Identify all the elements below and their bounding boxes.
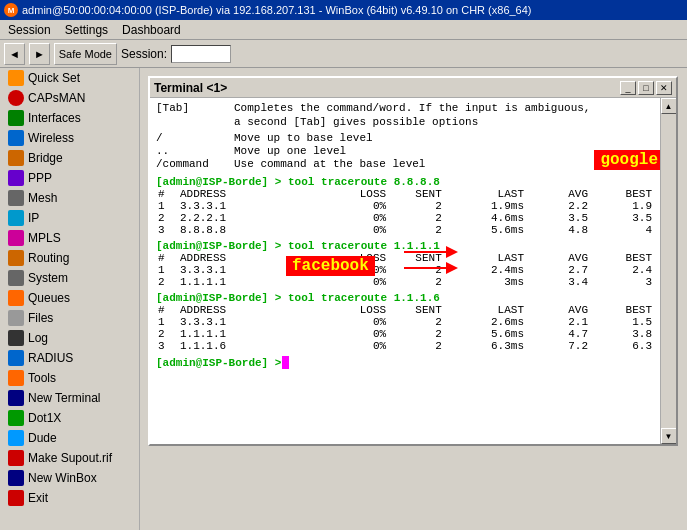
sidebar-item-mesh[interactable]: Mesh: [0, 188, 139, 208]
help-dotdot-desc: Move up one level: [234, 145, 346, 157]
menu-session[interactable]: Session: [2, 22, 57, 38]
sidebar-item-files[interactable]: Files: [0, 308, 139, 328]
sidebar-item-routing[interactable]: Routing: [0, 248, 139, 268]
makesupout-icon: [8, 450, 24, 466]
help-slash-desc: Move up to base level: [234, 132, 373, 144]
minimize-button[interactable]: _: [620, 81, 636, 95]
table-cell-n: 1: [156, 200, 178, 212]
safe-mode-button[interactable]: Safe Mode: [54, 43, 117, 65]
terminal-inner: [Tab] Completes the command/word. If the…: [150, 98, 676, 444]
sidebar-item-tools[interactable]: Tools: [0, 368, 139, 388]
ip-icon: [8, 210, 24, 226]
table-cell-sent: 2: [388, 328, 444, 340]
system-icon: [8, 270, 24, 286]
table-cell-n: 1: [156, 264, 178, 276]
table-cell-last: 1.9ms: [444, 200, 526, 212]
sidebar-item-mpls[interactable]: MPLS: [0, 228, 139, 248]
sidebar: Quick Set CAPsMAN Interfaces Wireless Br…: [0, 68, 140, 530]
help-command-key: /command: [156, 158, 226, 170]
sidebar-item-dude[interactable]: Dude: [0, 428, 139, 448]
table-row: 38.8.8.80%25.6ms4.84: [156, 224, 654, 236]
dot1x-icon: [8, 410, 24, 426]
bridge-icon: [8, 150, 24, 166]
wireless-icon: [8, 130, 24, 146]
sidebar-item-newwinbox[interactable]: New WinBox: [0, 468, 139, 488]
back-button[interactable]: ◄: [4, 43, 25, 65]
terminal-window[interactable]: Terminal <1> _ □ ✕ [Tab] Completes the c…: [148, 76, 678, 446]
table-cell-sent: 2: [388, 200, 444, 212]
table-cell-avg: 3.4: [526, 276, 590, 288]
table-cell-addr: 8.8.8.8: [178, 224, 315, 236]
sidebar-item-exit[interactable]: Exit: [0, 488, 139, 508]
table-cell-best: 3.5: [590, 212, 654, 224]
help-command-desc: Use command at the base level: [234, 158, 425, 170]
traceroute1-cmd: [admin@ISP-Borde] > tool traceroute 8.8.…: [156, 176, 654, 188]
sidebar-item-quickset[interactable]: Quick Set: [0, 68, 139, 88]
files-icon: [8, 310, 24, 326]
maximize-button[interactable]: □: [638, 81, 654, 95]
toolbar: ◄ ► Safe Mode Session:: [0, 40, 687, 68]
table-cell-addr: 3.3.3.1: [178, 200, 315, 212]
table-row: 13.3.3.10%22.6ms2.11.5: [156, 316, 654, 328]
table-cell-sent: 2: [388, 276, 444, 288]
table-cell-addr: 3.3.3.1: [178, 316, 315, 328]
forward-button[interactable]: ►: [29, 43, 50, 65]
terminal-body[interactable]: [Tab] Completes the command/word. If the…: [150, 98, 660, 444]
table-row: 31.1.1.60%26.3ms7.26.3: [156, 340, 654, 352]
table-cell-avg: 2.7: [526, 264, 590, 276]
terminal-scrollbar: ▲ ▼: [660, 98, 676, 444]
table-cell-loss: 0%: [315, 276, 388, 288]
scroll-down-button[interactable]: ▼: [661, 428, 677, 444]
menu-dashboard[interactable]: Dashboard: [116, 22, 187, 38]
help-slash-key: /: [156, 132, 226, 144]
sidebar-item-capsman[interactable]: CAPsMAN: [0, 88, 139, 108]
sidebar-item-queues[interactable]: Queues: [0, 288, 139, 308]
menu-settings[interactable]: Settings: [59, 22, 114, 38]
capsman-icon: [8, 90, 24, 106]
table-cell-addr: 1.1.1.6: [178, 340, 315, 352]
table-cell-sent: 2: [388, 212, 444, 224]
sidebar-item-wireless[interactable]: Wireless: [0, 128, 139, 148]
cursor: [282, 356, 289, 369]
table-cell-best: 4: [590, 224, 654, 236]
sidebar-item-radius[interactable]: RADIUS: [0, 348, 139, 368]
sidebar-item-system[interactable]: System: [0, 268, 139, 288]
arrow-facebook-2-icon: [404, 260, 464, 276]
sidebar-item-makesupout[interactable]: Make Supout.rif: [0, 448, 139, 468]
prompt-line: [admin@ISP-Borde] >: [156, 356, 654, 369]
exit-icon: [8, 490, 24, 506]
table-cell-loss: 0%: [315, 212, 388, 224]
table-cell-addr: 1.1.1.1: [178, 328, 315, 340]
table-row: 21.1.1.10%25.6ms4.73.8: [156, 328, 654, 340]
close-button[interactable]: ✕: [656, 81, 672, 95]
table-cell-sent: 2: [388, 224, 444, 236]
ppp-icon: [8, 170, 24, 186]
sidebar-item-ip[interactable]: IP: [0, 208, 139, 228]
radius-icon: [8, 350, 24, 366]
session-label: Session:: [121, 47, 167, 61]
table-cell-avg: 3.5: [526, 212, 590, 224]
sidebar-item-dot1x[interactable]: Dot1X: [0, 408, 139, 428]
sidebar-item-log[interactable]: Log: [0, 328, 139, 348]
table-cell-loss: 0%: [315, 200, 388, 212]
sidebar-item-bridge[interactable]: Bridge: [0, 148, 139, 168]
table-row: 13.3.3.10%21.9ms2.21.9: [156, 200, 654, 212]
prompt-text: [admin@ISP-Borde] >: [156, 357, 281, 369]
table-cell-last: 5.6ms: [444, 224, 526, 236]
terminal-container: Terminal <1> _ □ ✕ [Tab] Completes the c…: [140, 68, 687, 530]
scroll-track[interactable]: [661, 114, 676, 428]
scroll-up-button[interactable]: ▲: [661, 98, 677, 114]
table-row: 21.1.1.10%23ms3.43: [156, 276, 654, 288]
table-cell-n: 3: [156, 340, 178, 352]
table-cell-best: 1.9: [590, 200, 654, 212]
sidebar-item-ppp[interactable]: PPP: [0, 168, 139, 188]
traceroute1-table: # ADDRESS LOSS SENT LAST AVG BEST 13.3.3…: [156, 188, 654, 236]
session-input[interactable]: [171, 45, 231, 63]
table-cell-avg: 7.2: [526, 340, 590, 352]
sidebar-item-newterminal[interactable]: New Terminal: [0, 388, 139, 408]
traceroute3-table: # ADDRESS LOSS SENT LAST AVG BEST 13.3.3…: [156, 304, 654, 352]
sidebar-item-interfaces[interactable]: Interfaces: [0, 108, 139, 128]
newterminal-icon: [8, 390, 24, 406]
table-cell-addr: 1.1.1.1: [178, 276, 315, 288]
routing-icon: [8, 250, 24, 266]
